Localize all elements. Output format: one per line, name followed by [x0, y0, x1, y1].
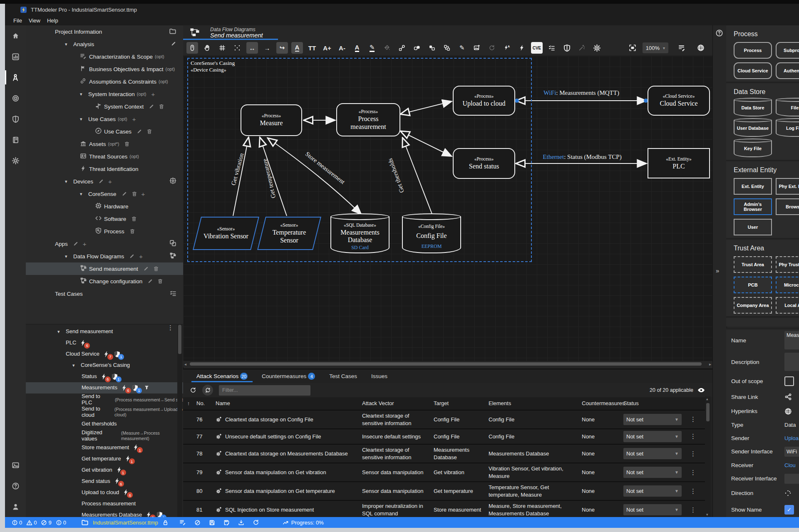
stencil-local-are[interactable]: Local Are — [776, 297, 799, 314]
stencil-cloud-service[interactable]: Cloud Service — [734, 62, 772, 79]
scroll-right-icon[interactable]: ▸ — [709, 362, 711, 366]
add-icon[interactable]: + — [151, 91, 155, 97]
tree-item-system-context[interactable]: System Context — [26, 100, 183, 113]
tree-item-project-information[interactable]: Project Information — [26, 25, 183, 38]
menu-file[interactable]: File — [10, 17, 25, 25]
node-cloud-service[interactable]: «Cloud Service» Cloud Service — [648, 86, 710, 116]
flow-item-get-thersholds[interactable]: Get thersholds — [26, 418, 183, 430]
node-upload-to-cloud[interactable]: «Process» Upload to cloud — [453, 86, 515, 116]
share-icon[interactable] — [784, 393, 792, 401]
flow-item-upload-to-cloud[interactable]: Upload to cloud6 — [26, 487, 183, 498]
scroll-left-icon[interactable]: ◂ — [184, 362, 186, 366]
status-refresh-icon[interactable] — [253, 519, 259, 526]
pencil-icon[interactable] — [147, 278, 153, 284]
toolbar-font-color[interactable]: A — [351, 42, 363, 54]
toolbar-history[interactable] — [486, 42, 498, 54]
tab-issues[interactable]: Issues — [370, 371, 388, 382]
tree-item-threat-identification[interactable]: Threat Identification — [26, 163, 183, 175]
flow-item-send-status[interactable]: Send status6 — [26, 476, 183, 487]
flow-item-store-measurement[interactable]: Store measurement1 — [26, 442, 183, 453]
tree-item-business-objectives-impact[interactable]: Business Objectives & Impact(opt) — [26, 63, 183, 75]
stencil-admin-s-browser[interactable]: Admin's Browser — [734, 198, 772, 215]
prop-description-input[interactable] — [784, 353, 799, 371]
sort-icon[interactable]: ↑ — [183, 398, 194, 409]
node-temperature-sensor[interactable]: «Sensor» Temperature Sensor — [257, 217, 321, 250]
trash-icon[interactable] — [129, 228, 135, 234]
chevron-down-icon[interactable]: ▾ — [80, 191, 88, 197]
flow-item-send-to-cloud[interactable]: Send to cloud(Process measurement→Upload… — [26, 406, 183, 418]
flow-item-coresense-s-casing[interactable]: ▾CoreSense's Casing — [26, 360, 183, 371]
stencil-key-file[interactable]: Key File — [734, 141, 772, 157]
tree-item-data-flow-diagrams[interactable]: ▾Data Flow Diagrams+ — [26, 250, 183, 262]
tree-item-coresense[interactable]: ▾CoreSense+ — [26, 188, 183, 200]
flow-item-process-measurement[interactable]: Process measurement — [26, 498, 183, 510]
flow-item-digitized-values[interactable]: Digitized values(Measure→Process measure… — [26, 430, 183, 442]
prop-out-of-scope-checkbox[interactable] — [784, 376, 794, 386]
tab-test-cases[interactable]: Test Cases — [328, 371, 358, 382]
trash-icon[interactable] — [157, 278, 163, 284]
toolbar-edit-element[interactable]: ✎ — [456, 42, 468, 54]
menu-help[interactable]: Help — [44, 17, 62, 25]
diagram-notes-button[interactable] — [676, 42, 687, 54]
prop-sender-link[interactable]: Uploa — [784, 435, 799, 441]
toolbar-select-tool[interactable] — [186, 42, 198, 54]
tree-item-use-cases[interactable]: ▾Use Cases(opt)+ — [26, 113, 183, 125]
pencil-icon[interactable] — [149, 104, 154, 109]
trash-icon[interactable] — [153, 266, 159, 272]
toolbar-line-color[interactable]: ✎ — [366, 42, 378, 54]
flow-label-wifi[interactable]: WiFi: Measurements (MQTT) — [543, 89, 619, 97]
attack-row-77[interactable]: 77 Unsecure default settings on Config F… — [183, 428, 706, 444]
node-measurements-database[interactable]: «SQL Database» Measurements Database SD … — [330, 217, 390, 253]
toolbar-move-element[interactable] — [426, 42, 438, 54]
toolbar-clone-element[interactable] — [411, 42, 423, 54]
status-dropdown[interactable]: Not set▼ — [623, 448, 682, 459]
toolbar-add-image[interactable] — [471, 42, 483, 54]
toolbar-reconnect-element[interactable] — [441, 42, 453, 54]
prop-sender-interface-input[interactable]: WiFi — [784, 447, 799, 457]
toolbar-diagram-settings[interactable] — [591, 42, 603, 54]
pencil-icon[interactable] — [129, 253, 135, 260]
pencil-icon[interactable] — [73, 241, 79, 247]
stencil-phy-ext-entity[interactable]: Phy Ext. Entity — [776, 178, 799, 195]
flow-item-measurements-database[interactable]: Measurements Database31 — [26, 510, 183, 517]
stencil-pcb[interactable]: PCB — [734, 277, 772, 293]
lock-icon[interactable] — [162, 520, 169, 526]
status-list-edit-icon[interactable] — [179, 519, 186, 526]
prop-receiver-interface-input[interactable] — [784, 474, 799, 484]
tree-item-threat-sources[interactable]: Threat Sources(opt) — [26, 150, 183, 163]
zoom-select[interactable]: 100% ▾ — [643, 42, 668, 53]
rail-settings[interactable] — [5, 150, 26, 171]
toolbar-straight-connector[interactable]: → — [261, 42, 273, 54]
node-measure[interactable]: «Process» Measure — [241, 104, 302, 136]
rail-account[interactable] — [5, 496, 26, 517]
fit-to-screen-button[interactable] — [627, 42, 638, 54]
sync-icon[interactable] — [202, 385, 213, 396]
folder-new-icon[interactable] — [169, 27, 176, 35]
tree-item-assets[interactable]: Assets(opt*) — [26, 138, 183, 150]
rail-countermeasures[interactable] — [5, 109, 26, 129]
chevron-down-icon[interactable]: ▾ — [80, 92, 88, 97]
flow-item-get-temperature[interactable]: Get temperature1 — [26, 453, 183, 465]
status-download-icon[interactable] — [238, 520, 244, 526]
tree-item-process[interactable]: Process — [26, 225, 183, 238]
app-windows-icon[interactable] — [169, 240, 176, 247]
trash-icon[interactable] — [132, 191, 137, 197]
node-process-measurement[interactable]: «Process» Process measurement — [336, 103, 400, 136]
prop-show-name-checkbox[interactable]: ✓ — [784, 505, 794, 515]
status-dropdown[interactable]: Not set▼ — [623, 504, 682, 515]
row-menu-icon[interactable]: ⋮ — [687, 504, 697, 516]
toolbar-auto-layout[interactable] — [576, 42, 588, 54]
eye-icon[interactable] — [697, 386, 705, 394]
flow-item-get-vibration[interactable]: Get vibration1 — [26, 465, 183, 476]
flow-item-measurements[interactable]: Measurements61 — [26, 382, 183, 393]
pencil-icon[interactable] — [136, 129, 142, 134]
chevron-down-icon[interactable]: ▾ — [65, 179, 73, 184]
stencil-help-icon[interactable] — [715, 29, 723, 37]
flow-item-cloud-service[interactable]: Cloud Service71 — [26, 349, 183, 360]
menu-view[interactable]: View — [25, 17, 44, 25]
tree-vscrollbar[interactable] — [177, 324, 182, 517]
tree-item-test-cases[interactable]: Test Cases — [26, 287, 183, 300]
add-icon[interactable]: + — [83, 241, 87, 247]
rail-snapshot[interactable] — [5, 455, 26, 475]
toolbar-auto-text-color[interactable]: A — [291, 42, 303, 54]
